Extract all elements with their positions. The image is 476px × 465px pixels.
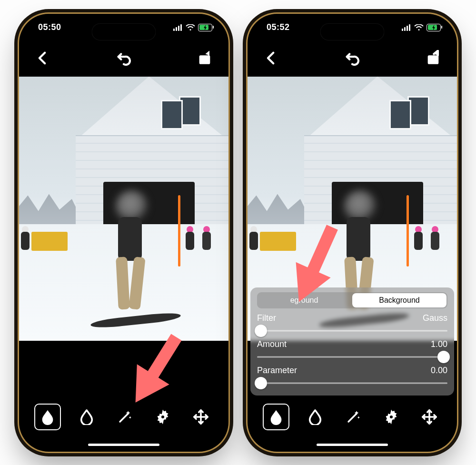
bottom-toolbar	[248, 402, 457, 432]
amount-value: 1.00	[431, 339, 447, 349]
dynamic-island	[320, 23, 385, 40]
status-time: 05:52	[267, 22, 290, 32]
filter-slider[interactable]	[257, 325, 447, 336]
blur-outline-tool[interactable]	[74, 405, 99, 429]
parameter-value: 0.00	[431, 366, 447, 376]
blur-solid-tool[interactable]	[263, 404, 289, 430]
top-nav	[19, 45, 228, 71]
svg-point-17	[418, 29, 419, 30]
photo-canvas[interactable]	[19, 77, 228, 341]
share-button[interactable]	[423, 48, 444, 69]
cellular-icon	[402, 24, 411, 31]
amount-label: Amount	[257, 339, 287, 349]
segment-foreground[interactable]: eground	[257, 292, 351, 308]
segment-background[interactable]: Background	[352, 293, 446, 307]
status-icons	[402, 24, 441, 31]
blur-outline-tool[interactable]	[303, 405, 327, 429]
parameter-label: Parameter	[257, 366, 297, 376]
svg-point-22	[389, 415, 394, 419]
amount-slider[interactable]	[257, 351, 447, 363]
magic-wand-tool[interactable]	[341, 405, 366, 429]
blur-solid-tool[interactable]	[34, 404, 61, 430]
cellular-icon	[173, 24, 183, 31]
settings-tool[interactable]	[150, 405, 175, 429]
parameter-slider[interactable]	[257, 377, 447, 389]
magic-wand-tool[interactable]	[112, 405, 137, 429]
svg-rect-15	[407, 26, 408, 31]
svg-rect-14	[404, 27, 406, 31]
undo-button[interactable]	[113, 48, 134, 69]
svg-rect-0	[173, 29, 175, 31]
filter-label: Filter	[257, 313, 276, 323]
status-icons	[173, 24, 212, 31]
svg-rect-13	[402, 29, 403, 31]
bottom-toolbar	[19, 402, 228, 432]
svg-rect-18	[428, 55, 439, 64]
svg-rect-16	[409, 24, 410, 31]
back-button[interactable]	[261, 48, 282, 69]
svg-rect-1	[176, 27, 177, 31]
battery-icon	[426, 24, 441, 31]
parameter-row: Parameter 0.00	[257, 366, 447, 376]
move-tool[interactable]	[417, 405, 442, 429]
share-button[interactable]	[194, 48, 215, 69]
battery-icon	[198, 24, 212, 31]
settings-panel: eground Background Filter Gauss Amount 1…	[250, 287, 454, 396]
home-indicator[interactable]	[317, 444, 388, 446]
svg-line-21	[348, 413, 357, 421]
filter-row: Filter Gauss	[257, 313, 447, 323]
svg-rect-3	[180, 24, 182, 31]
blurred-subject	[111, 190, 145, 314]
back-button[interactable]	[32, 48, 53, 69]
top-nav	[248, 45, 457, 71]
amount-row: Amount 1.00	[257, 339, 447, 349]
wifi-icon	[414, 24, 424, 31]
layer-segmented-control[interactable]: eground Background	[257, 292, 447, 308]
undo-button[interactable]	[342, 48, 363, 69]
move-tool[interactable]	[188, 405, 213, 429]
svg-line-8	[120, 413, 128, 421]
status-time: 05:50	[38, 22, 61, 32]
phone-right: 05:52	[248, 14, 457, 452]
phone-left: 05:50	[19, 14, 228, 452]
svg-rect-2	[178, 26, 179, 31]
home-indicator[interactable]	[88, 444, 159, 446]
svg-rect-5	[199, 55, 210, 64]
svg-point-10	[160, 415, 165, 419]
wifi-icon	[186, 24, 195, 31]
svg-point-4	[189, 29, 191, 30]
dynamic-island	[92, 23, 156, 40]
filter-value: Gauss	[423, 313, 447, 323]
settings-tool[interactable]	[379, 405, 404, 429]
